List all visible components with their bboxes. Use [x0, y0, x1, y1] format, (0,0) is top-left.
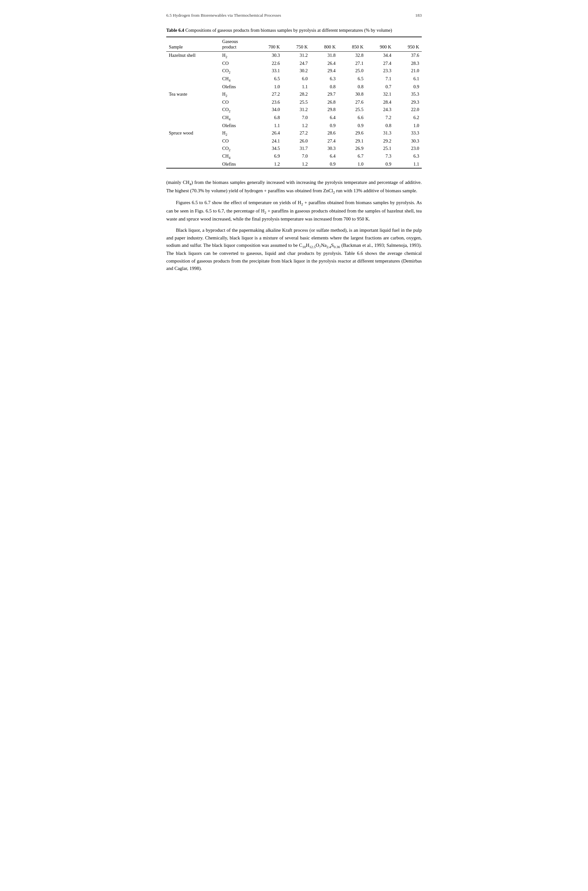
cell-product: Olefins	[219, 83, 255, 90]
cell-value: 26.0	[282, 137, 310, 145]
cell-value: 27.2	[282, 129, 310, 137]
cell-sample	[166, 83, 219, 90]
cell-value: 1.0	[255, 83, 282, 90]
cell-value: 6.5	[255, 75, 282, 83]
cell-value: 34.5	[255, 145, 282, 153]
cell-value: 7.1	[366, 75, 394, 83]
cell-value: 7.2	[366, 114, 394, 122]
col-950k: 950 K	[394, 37, 422, 52]
cell-value: 34.4	[366, 52, 394, 60]
cell-value: 28.2	[282, 90, 310, 99]
cell-product: CH4	[219, 114, 255, 122]
cell-value: 26.4	[255, 129, 282, 137]
col-850k: 850 K	[338, 37, 366, 52]
cell-product: H2	[219, 129, 255, 137]
cell-value: 32.8	[338, 52, 366, 60]
cell-value: 31.3	[366, 129, 394, 137]
cell-product: CO2	[219, 67, 255, 75]
cell-product: CO2	[219, 145, 255, 153]
table-row: CO233.130.229.425.023.321.0	[166, 67, 422, 75]
cell-sample	[166, 145, 219, 153]
paragraph-1: (mainly CH4) from the biomass samples ge…	[166, 179, 422, 195]
cell-value: 6.8	[255, 114, 282, 122]
cell-sample: Hazelnut shell	[166, 52, 219, 60]
cell-value: 29.7	[310, 90, 338, 99]
cell-value: 1.0	[338, 160, 366, 168]
cell-value: 1.2	[255, 160, 282, 168]
cell-value: 7.0	[282, 114, 310, 122]
cell-value: 0.7	[366, 83, 394, 90]
cell-value: 0.8	[338, 83, 366, 90]
cell-value: 29.4	[310, 67, 338, 75]
header-right: 183	[416, 13, 422, 18]
cell-sample	[166, 153, 219, 160]
cell-value: 29.6	[338, 129, 366, 137]
cell-value: 26.8	[310, 99, 338, 106]
table-row: CO24.126.027.429.129.230.3	[166, 137, 422, 145]
cell-value: 34.0	[255, 106, 282, 114]
table-row: CO23.625.526.827.628.429.3	[166, 99, 422, 106]
table-row: Olefins1.01.10.80.80.70.9	[166, 83, 422, 90]
cell-value: 0.9	[310, 160, 338, 168]
cell-value: 29.2	[366, 137, 394, 145]
table-caption-rest: Compositions of gaseous products from bi…	[184, 28, 392, 33]
cell-product: H2	[219, 52, 255, 60]
cell-product: CO	[219, 60, 255, 67]
cell-product: CH4	[219, 153, 255, 160]
cell-value: 31.8	[310, 52, 338, 60]
cell-value: 0.9	[366, 160, 394, 168]
cell-sample: Spruce wood	[166, 129, 219, 137]
cell-value: 29.8	[310, 106, 338, 114]
cell-sample	[166, 137, 219, 145]
cell-value: 28.4	[366, 99, 394, 106]
cell-value: 1.0	[394, 122, 422, 129]
cell-value: 6.0	[282, 75, 310, 83]
cell-sample	[166, 114, 219, 122]
cell-product: Olefins	[219, 122, 255, 129]
cell-value: 23.3	[366, 67, 394, 75]
cell-value: 27.6	[338, 99, 366, 106]
cell-product: Olefins	[219, 160, 255, 168]
cell-value: 32.1	[366, 90, 394, 99]
cell-value: 23.6	[255, 99, 282, 106]
table-caption-bold: Table 6.4	[166, 28, 184, 33]
table-body: Hazelnut shellH230.331.231.832.834.437.6…	[166, 52, 422, 168]
cell-value: 31.2	[282, 106, 310, 114]
table-caption: Table 6.4 Compositions of gaseous produc…	[166, 27, 422, 33]
cell-sample	[166, 122, 219, 129]
cell-value: 37.6	[394, 52, 422, 60]
cell-value: 6.4	[310, 153, 338, 160]
cell-value: 6.1	[394, 75, 422, 83]
cell-value: 1.1	[282, 83, 310, 90]
cell-value: 6.9	[255, 153, 282, 160]
col-sample: Sample	[166, 37, 219, 52]
body-text: (mainly CH4) from the biomass samples ge…	[166, 179, 422, 272]
page-header: 6.5 Hydrogen from Biorenewables via Ther…	[166, 13, 422, 18]
cell-value: 23.0	[394, 145, 422, 153]
cell-value: 6.7	[338, 153, 366, 160]
cell-product: CO2	[219, 106, 255, 114]
header-left: 6.5 Hydrogen from Biorenewables via Ther…	[166, 13, 281, 18]
cell-value: 27.1	[338, 60, 366, 67]
cell-value: 1.2	[282, 122, 310, 129]
table-row: CH46.87.06.46.67.26.2	[166, 114, 422, 122]
cell-value: 1.1	[394, 160, 422, 168]
cell-value: 6.3	[310, 75, 338, 83]
cell-value: 28.6	[310, 129, 338, 137]
cell-sample	[166, 67, 219, 75]
cell-value: 0.9	[394, 83, 422, 90]
col-900k: 900 K	[366, 37, 394, 52]
cell-product: CH4	[219, 75, 255, 83]
cell-value: 27.4	[366, 60, 394, 67]
cell-product: CO	[219, 99, 255, 106]
cell-value: 1.1	[255, 122, 282, 129]
cell-value: 0.8	[310, 83, 338, 90]
cell-value: 30.3	[394, 137, 422, 145]
table-row: CO234.031.229.825.524.322.0	[166, 106, 422, 114]
cell-value: 6.5	[338, 75, 366, 83]
cell-value: 31.7	[282, 145, 310, 153]
cell-value: 24.3	[366, 106, 394, 114]
cell-value: 1.2	[282, 160, 310, 168]
table-row: CH46.56.06.36.57.16.1	[166, 75, 422, 83]
table-header: Sample Gaseousproduct 700 K 750 K 800 K …	[166, 37, 422, 52]
